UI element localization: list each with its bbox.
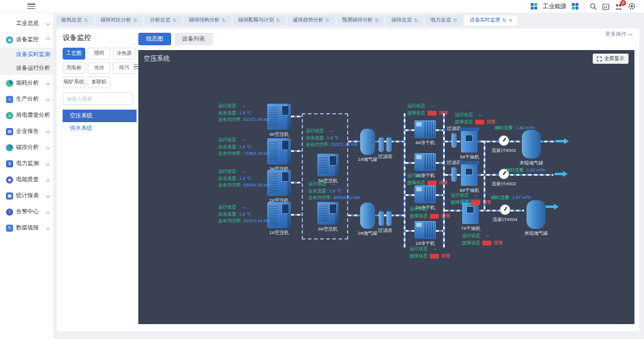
filter-graphic [379,211,384,226]
system-item-water-supply[interactable]: 供水系统 [63,122,137,135]
filter-pv[interactable]: 光伏 [88,62,110,74]
sidebar-item-energy-analysis[interactable]: 能耗分析 [0,75,53,91]
search-icon[interactable] [590,3,597,10]
dryer-5-status: 运行状态-- 故障状态报警 [455,111,496,125]
tab-device-list[interactable]: 设备列表 [175,33,213,45]
tab-analysis-overview[interactable]: 分析总览↻ [144,15,182,26]
flow-arrow [556,138,569,144]
sidebar-item-alarm-center[interactable]: ! 告警中心 [0,204,53,220]
table-icon: ▦ [6,192,13,200]
pipe [405,194,414,196]
alarm-indicator [428,111,436,116]
tab-reduction-trend[interactable]: 减排趋势分析↻ [287,15,335,26]
tab-power-overview[interactable]: 电力总览↻ [425,15,463,26]
workspace-name[interactable]: 工业能源 [543,2,566,11]
alarm-indicator [430,214,439,219]
notifications-icon[interactable]: 0 [615,3,623,10]
sidebar-item-industry-overview[interactable]: 工业总览 [0,15,53,32]
sidebar-item-power-quality[interactable]: ◆ 电能质量 [0,172,53,188]
chevron-down-icon [46,97,50,101]
pie-icon [6,144,13,151]
divider [584,3,584,10]
report-chart-icon[interactable] [602,3,609,10]
tab-scada-view[interactable]: 组态图 [138,33,171,45]
tab-device-realtime-active[interactable]: 设备实时监测↻× [465,15,518,26]
tank-graphic [522,130,541,158]
filter-multi-split[interactable]: 多联机 [88,76,110,88]
search-input[interactable] [63,92,133,105]
app-switcher-icon[interactable] [572,3,578,10]
compressor-5: 5#空压机 [317,154,339,184]
fullscreen-button[interactable]: 全屏显示 [593,54,628,64]
filter-3: 过滤器 [447,125,461,148]
refresh-icon[interactable]: ↻ [453,18,457,23]
sidebar-item-production-analysis[interactable]: ≈ 生产分析 [0,91,53,107]
sidebar-item-power-demand[interactable]: ◎ 用电需量分析 [0,107,53,123]
close-icon[interactable]: × [509,17,512,23]
chevron-down-icon [46,161,50,166]
chevron-down-icon [46,226,50,230]
dryer-5: 5#干燥机 [460,127,479,160]
alarm-indicator [482,241,491,245]
pipe [405,162,414,164]
shield-icon: ◆ [6,176,13,184]
refresh-icon[interactable]: ↻ [375,18,379,23]
sidebar-item-power-monitoring[interactable]: $ 电力监测 [0,155,53,172]
refresh-icon[interactable]: ↻ [503,18,507,23]
pencil-icon: ✎ [6,225,13,232]
tab-carbon-quota[interactable]: 碳排配额与计划↻ [233,15,286,26]
filter-lighting[interactable]: 照明 [88,48,110,60]
sidebar-nav: 工业总览 ◉ 设备监控 设备实时监测 设备运行分析 能耗分析 ≈ 生产分析 ◎ … [0,13,54,339]
sidebar-subitem-device-analysis[interactable]: 设备运行分析 [0,61,53,75]
cold-dryer-graphic [414,221,436,239]
chevron-down-icon [46,81,50,85]
sidebar-item-device-monitoring[interactable]: ◉ 设备监控 [0,32,53,48]
compressor-graphic [267,104,291,130]
open-tabs-bar: 能耗总览↻ 碳排对比分析↻ 分析总览↻ 碳排结构分析↻ 碳排配额与计划↻ 减排趋… [54,13,644,27]
tab-carbon-overview[interactable]: 碳排总览↻ [386,15,423,26]
compressor-1: 1#空压机 [267,202,291,236]
air-tank-1: 1#储气罐 [358,129,377,163]
air-tank-2: 2#储气罐 [358,203,377,237]
pipe [405,230,414,232]
filter-boiler-system[interactable]: 锅炉系统 [63,76,85,88]
filter-hvac-source[interactable]: 冷热源 [113,48,135,60]
tab-carbon-compare[interactable]: 碳排对比分析↻ [95,15,143,26]
chevron-down-icon [46,129,50,133]
refresh-icon[interactable]: ↻ [276,18,280,23]
filter-sewage[interactable]: 排污 [113,62,135,74]
chevron-down-icon [46,210,50,214]
chevron-down-icon [628,32,633,36]
end-tank-1: 末端储气罐 [519,130,543,166]
workspace-logo-icon[interactable] [531,3,537,10]
tab-carbon-forecast[interactable]: 预测碳排分析↻ [337,15,385,26]
refresh-icon[interactable]: ↻ [414,18,418,23]
flow-arrow [546,204,559,210]
refresh-icon[interactable]: ↻ [326,18,330,23]
refresh-icon[interactable]: ↻ [134,18,138,23]
filter-graphic [379,137,384,152]
filter-graphic [451,133,457,148]
sidebar-subitem-device-realtime[interactable]: 设备实时监测 [0,48,53,61]
settings-gear-icon[interactable] [628,2,636,10]
refresh-icon[interactable]: ↻ [84,18,88,23]
refresh-icon[interactable]: ↻ [222,18,226,23]
sidebar-item-statistics-report[interactable]: ▦ 统计报表 [0,188,53,204]
filter-process-diagram[interactable]: 工艺图 [63,48,85,60]
flow-meter-001: 流量计#001 [491,135,516,154]
sidebar-item-carbon-analysis[interactable]: 碳排分析 [0,139,53,155]
scada-canvas: 空压系统 全屏显示 [138,50,634,324]
more-actions-button[interactable]: 更多操作 [605,30,632,38]
sidebar-collapse-icon[interactable] [27,4,35,9]
sidebar-item-data-filling[interactable]: ✎ 数据填报 [0,220,53,236]
wave-icon: ≈ [6,96,13,103]
refresh-icon[interactable]: ↻ [172,18,177,23]
compressor-1-status: 运行状态-- 出水温度:1.6 ℃ 总有功功率:51571.44 kW [218,204,270,225]
sidebar-item-enterprise-report[interactable]: ▤ 企业报告 [0,123,53,139]
filter-charging-pile[interactable]: 充电桩 [63,62,85,74]
pipe [405,129,414,131]
system-item-air-compression[interactable]: 空压系统 [63,110,137,122]
gauge-icon [499,135,509,146]
tab-carbon-structure[interactable]: 碳排结构分析↻ [184,15,231,26]
tab-energy-overview[interactable]: 能耗总览↻ [56,15,94,26]
